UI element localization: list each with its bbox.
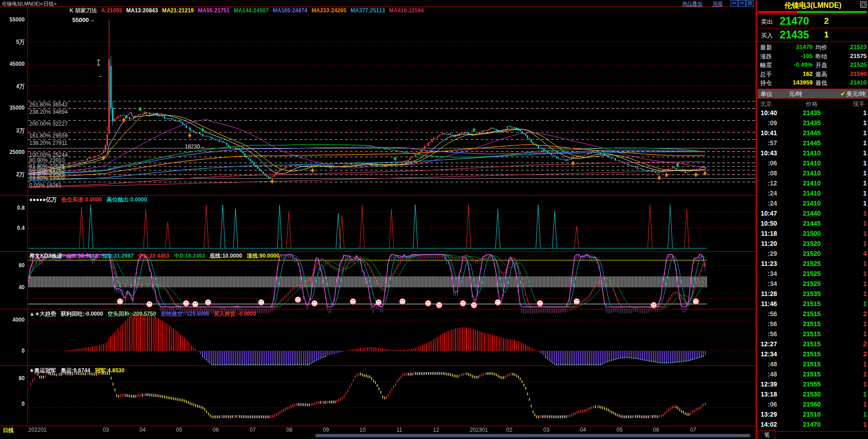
tick-lots: 1	[863, 330, 867, 338]
header-item: 高位抛出:0.0000	[107, 196, 147, 203]
tick-time: :09	[758, 119, 777, 127]
stat-label: 最新	[760, 43, 772, 52]
tick-row: :34215251	[758, 269, 868, 279]
horizontal-scrollbar[interactable]	[316, 434, 750, 437]
unit-option-usd[interactable]: ✔美元/吨	[840, 90, 866, 98]
date-axis-label: 11	[396, 427, 402, 433]
tick-row: 12:27215152	[758, 339, 868, 349]
high-annotation: 55000→	[72, 16, 95, 23]
tick-time: 12:27	[758, 340, 777, 348]
tick-time: 10:47	[758, 210, 777, 217]
tick-row: 11:18215001	[758, 228, 868, 238]
indicator-axis-label: 0	[1, 348, 25, 354]
period-label[interactable]: 日线	[3, 427, 14, 434]
tick-time: :56	[758, 320, 777, 328]
header-item: 空头回补:-209.5750	[107, 311, 156, 317]
period-link[interactable]: 周期	[713, 0, 723, 7]
date-axis-label: 202201	[28, 427, 47, 433]
fib-level-label: 238.20% 34894	[29, 109, 68, 115]
kline-indicator-header: K 胡家刀法A:21055MA13:20843MA21:21219MA55:21…	[70, 7, 428, 15]
tick-row: :56215152	[758, 309, 868, 319]
tick-price: 21435	[798, 119, 825, 127]
indicator-axis-label: 4000	[1, 317, 25, 323]
header-item: 低位买进:0.0000	[61, 196, 102, 203]
overlay-link[interactable]: 商品叠加	[682, 0, 702, 7]
tick-price: 21520	[798, 240, 825, 247]
price-axis-label: 55000	[1, 16, 25, 23]
stat-label: 开盘	[815, 61, 827, 69]
tick-row: :48215151	[758, 359, 868, 369]
tick-price: 21520	[798, 250, 825, 257]
tick-lots: 1	[863, 270, 867, 277]
date-axis-label: 04	[580, 427, 586, 433]
header-item: MA13:20843	[126, 7, 158, 14]
tick-price: 21515	[798, 310, 825, 317]
tick-price: 21435	[798, 109, 825, 116]
date-axis-label: 06	[213, 427, 219, 433]
tick-price: 21530	[798, 391, 825, 398]
header-item: 获利回吐:-0.0000	[61, 311, 103, 317]
buy-sell-power-bar	[758, 11, 867, 13]
tick-price: 21410	[798, 169, 825, 177]
scroll-left-button[interactable]: ⇦	[730, 0, 738, 7]
tick-price: 21410	[798, 180, 825, 187]
unit-option-cny[interactable]: 元/吨	[789, 90, 803, 98]
tick-price: 21535	[798, 290, 825, 297]
tab-tick-detail[interactable]: 笔	[759, 430, 775, 439]
header-item: MA610:22594	[389, 7, 424, 14]
title-bar: 伦镍电3(LMNDE)<日线> 商品叠加 周期 ⇦ ⇨ ⊟	[0, 0, 757, 7]
quote-stats: 最新21470均价21523涨跌-105昨结21575幅度-0.49%开盘215…	[758, 42, 868, 87]
tick-lots: 1	[863, 210, 867, 217]
header-item: 短D:31.2987	[102, 253, 134, 259]
tick-time: 14:02	[758, 421, 777, 428]
tick-lots: 1	[863, 129, 867, 137]
tick-time: 11:23	[758, 260, 777, 267]
tick-row: :09214351	[758, 118, 868, 128]
price-axis-label: 2万	[1, 171, 25, 179]
ask-price: 21470	[780, 15, 809, 27]
tick-price: 21515	[798, 350, 825, 358]
date-axis-label: 07	[690, 427, 696, 433]
stat-value: 21523	[830, 43, 867, 50]
price-axis-label: 3万	[1, 127, 25, 135]
tick-row: :34215251	[758, 279, 868, 289]
tick-time: 13:29	[758, 411, 777, 418]
ask-lots: 2	[824, 16, 829, 26]
header-item: MA21:21219	[162, 7, 193, 14]
tick-price: 21440	[798, 210, 825, 217]
tick-time: :57	[758, 139, 777, 147]
kdj-panel-header: 界文KDJ改进短K:36.9818短D:31.2987中K:22.4453中D:…	[29, 252, 284, 260]
tick-row: 13:29215101	[758, 409, 868, 419]
maximize-icon[interactable]	[860, 1, 867, 8]
quote-stat-row: 涨跌-105昨结21575	[758, 52, 868, 61]
tick-row: :24214101	[758, 188, 868, 198]
bid-row[interactable]: 买入 21435 1	[757, 28, 868, 42]
split-view-button[interactable]: ⊟	[746, 0, 754, 7]
tick-price: 21410	[798, 149, 825, 157]
window-title: 伦镍电3(LMNDE)<日线>	[2, 0, 57, 7]
tick-time: :48	[758, 360, 777, 368]
scroll-right-button[interactable]: ⇨	[738, 0, 746, 7]
header-item: ▲★大趋势	[29, 311, 56, 317]
date-axis-label: 09	[323, 427, 329, 433]
header-item: 底线:10.0000	[209, 253, 242, 259]
tick-time: 12:34	[758, 350, 777, 358]
header-item: MA55:21751	[198, 7, 230, 14]
tick-row: :56215151	[758, 329, 868, 339]
indicator-axis-label: 40	[1, 284, 25, 291]
fib-level-label: 200.00% 32227	[29, 121, 68, 127]
tick-lots: 2	[863, 340, 867, 348]
fib-level-label: 0.00% 18261	[29, 182, 62, 189]
quote-stat-row: 总手162最高21590	[758, 69, 868, 79]
ask-row[interactable]: 卖出 21470 2	[757, 14, 868, 28]
price-axis-label: 4万	[1, 83, 25, 90]
stat-label: 幅度	[760, 61, 772, 69]
date-axis-label: 07	[250, 427, 256, 433]
tick-time: :24	[758, 190, 777, 197]
tick-time: 11:46	[758, 300, 777, 307]
daqushi-panel-header: ▲★大趋势获利回吐:-0.0000空头回补:-209.5750坚绝做空:-125…	[29, 310, 261, 318]
indicator-axis-label: 80	[1, 262, 25, 269]
ask-label: 卖出	[761, 18, 773, 26]
tick-time: :56	[758, 330, 777, 338]
tick-row: 10:50214451	[758, 218, 868, 228]
